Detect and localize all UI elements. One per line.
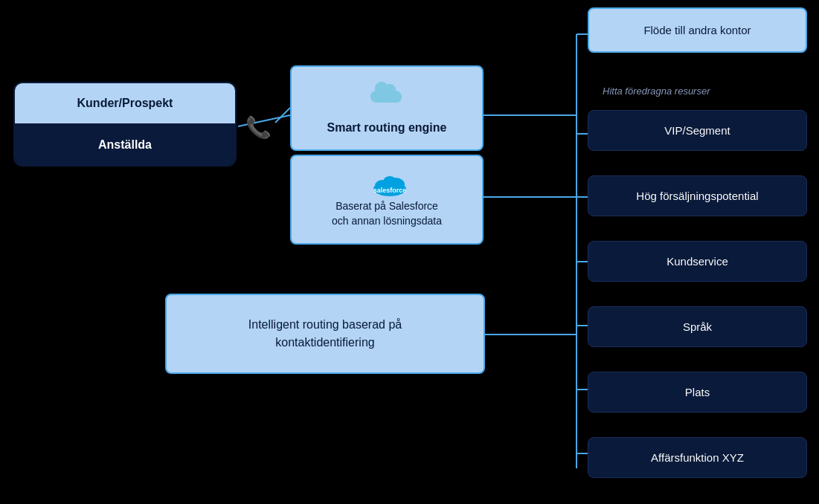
flode-label: Flöde till andra kontor — [600, 24, 794, 36]
right-section-heading: Hitta föredragna resurser — [603, 85, 710, 97]
svg-line-1 — [275, 108, 290, 123]
route-box-affarsfunktion: Affärsfunktion XYZ — [588, 437, 807, 478]
left-caller-box: Kunder/Prospekt Anställda — [13, 82, 237, 167]
route-box-plats: Plats — [588, 372, 807, 413]
cloud-icon — [303, 82, 471, 115]
route-box-forsaljning: Hög försäljningspotential — [588, 175, 807, 216]
smart-routing-box: Smart routing engine — [290, 65, 484, 151]
diagram: Kunder/Prospekt Anställda 📞 Smart routin… — [0, 0, 819, 504]
intelligent-routing-box: Intelligent routing baserad påkontaktide… — [165, 294, 485, 374]
salesforce-icon: salesforce — [370, 171, 403, 193]
route-box-sprak: Språk — [588, 306, 807, 347]
svg-text:salesforce: salesforce — [373, 187, 407, 194]
salesforce-box: salesforce Baserat på Salesforceoch anna… — [290, 155, 484, 245]
route-box-vip: VIP/Segment — [588, 110, 807, 151]
smart-routing-label: Smart routing engine — [303, 121, 471, 135]
intelligent-routing-label: Intelligent routing baserad påkontaktide… — [182, 316, 469, 352]
phone-icon: 📞 — [245, 115, 272, 140]
flode-box: Flöde till andra kontor — [588, 7, 807, 53]
kunder-prospekt-label: Kunder/Prospekt — [15, 83, 235, 125]
salesforce-label: Baserat på Salesforceoch annan lösningsd… — [303, 199, 471, 228]
anstallda-label: Anställda — [15, 125, 235, 165]
route-box-kundservice: Kundservice — [588, 241, 807, 282]
